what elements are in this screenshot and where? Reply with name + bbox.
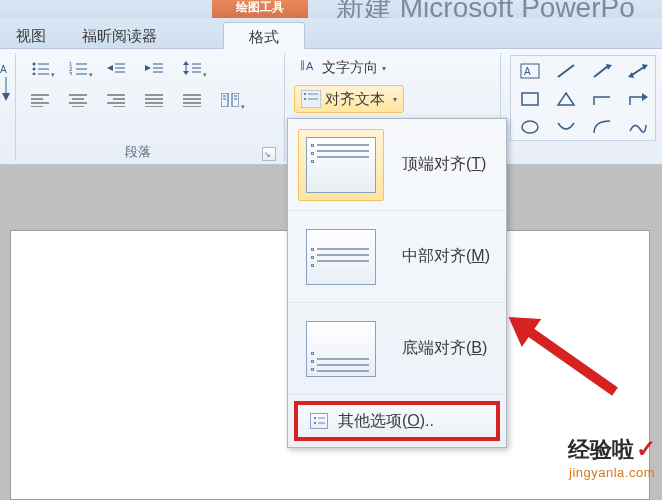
svg-point-3	[33, 63, 36, 66]
align-center-button[interactable]	[60, 87, 96, 113]
align-right-button[interactable]	[98, 87, 134, 113]
align-text-button[interactable]: 对齐文本	[294, 85, 404, 113]
line-spacing-button[interactable]	[174, 55, 210, 81]
numbering-button[interactable]: 123	[60, 55, 96, 81]
tab-format[interactable]: 格式	[223, 22, 305, 49]
align-left-button[interactable]	[22, 87, 58, 113]
shape-curve-icon[interactable]	[621, 114, 655, 140]
align-middle-thumbnail-icon	[306, 229, 376, 285]
menu-item-align-middle[interactable]: 中部对齐(M)	[288, 211, 506, 303]
align-bottom-thumbnail-icon	[306, 321, 376, 377]
svg-rect-58	[304, 93, 306, 95]
menu-item-label: 底端对齐(B)	[402, 338, 487, 359]
shape-double-arrow-icon[interactable]	[621, 58, 655, 84]
menu-item-align-bottom[interactable]: 底端对齐(B)	[288, 303, 506, 395]
svg-marker-71	[558, 93, 574, 105]
text-direction-icon: ∥A	[300, 58, 318, 78]
justify-button[interactable]	[136, 87, 172, 113]
tab-foxit-reader[interactable]: 福昕阅读器	[70, 22, 169, 49]
menu-item-label: 中部对齐(M)	[402, 246, 490, 267]
menu-item-more-options[interactable]: 其他选项(O)..	[294, 401, 500, 441]
svg-text:∥: ∥	[300, 59, 305, 71]
text-direction-button[interactable]: ∥A 文字方向 ▾	[294, 55, 392, 81]
paragraph-dialog-launcher[interactable]	[262, 147, 276, 161]
tab-view[interactable]: 视图	[4, 22, 58, 49]
shape-elbow-connector-icon[interactable]	[585, 86, 619, 112]
svg-text:A: A	[524, 66, 531, 77]
svg-rect-49	[221, 93, 228, 107]
more-options-icon	[310, 413, 328, 429]
align-text-icon	[301, 90, 321, 108]
shape-rectangle-icon[interactable]	[513, 86, 547, 112]
menu-item-label: 其他选项(O)..	[338, 411, 434, 432]
contextual-tab-drawing-tools: 绘图工具	[212, 0, 308, 18]
svg-text:A: A	[0, 64, 7, 75]
distributed-button[interactable]	[174, 87, 210, 113]
menu-item-align-top[interactable]: 顶端对齐(T)	[288, 119, 506, 211]
svg-marker-2	[2, 93, 10, 101]
svg-rect-76	[314, 422, 316, 424]
increase-indent-button[interactable]	[136, 55, 172, 81]
group-label-paragraph: 段落	[125, 143, 151, 161]
svg-marker-15	[107, 65, 113, 71]
align-top-thumbnail-icon	[306, 137, 376, 193]
text-vertical-button[interactable]: A	[0, 55, 14, 107]
svg-point-7	[33, 73, 36, 76]
svg-rect-60	[304, 98, 306, 100]
svg-rect-74	[314, 417, 316, 419]
bullets-button[interactable]	[22, 55, 58, 81]
shape-elbow-arrow-icon[interactable]	[621, 86, 655, 112]
svg-marker-72	[642, 93, 648, 101]
svg-line-64	[558, 65, 574, 77]
shape-curve-down-icon[interactable]	[549, 114, 583, 140]
shapes-gallery[interactable]: A	[510, 55, 656, 141]
watermark: 经验啦✓ jingyanla.com	[568, 435, 656, 480]
svg-point-5	[33, 68, 36, 71]
svg-line-67	[632, 67, 644, 75]
svg-rect-50	[232, 93, 239, 107]
shape-oval-icon[interactable]	[513, 114, 547, 140]
shape-textbox-icon[interactable]: A	[513, 58, 547, 84]
align-text-dropdown: 顶端对齐(T) 中部对齐(M) 底端对齐(B) 其他选项(O)..	[287, 118, 507, 448]
svg-text:A: A	[306, 60, 314, 72]
svg-line-65	[594, 66, 608, 77]
shape-triangle-icon[interactable]	[549, 86, 583, 112]
ribbon-tabs: 视图 福昕阅读器 格式	[0, 18, 662, 49]
menu-item-label: 顶端对齐(T)	[402, 154, 486, 175]
svg-text:3: 3	[69, 71, 73, 75]
svg-rect-70	[522, 93, 538, 105]
columns-button[interactable]	[212, 87, 248, 113]
shape-arrow-line-icon[interactable]	[585, 58, 619, 84]
shape-arc-icon[interactable]	[585, 114, 619, 140]
svg-marker-25	[183, 71, 189, 75]
svg-point-73	[522, 121, 538, 133]
shape-line-icon[interactable]	[549, 58, 583, 84]
decrease-indent-button[interactable]	[98, 55, 134, 81]
svg-marker-19	[145, 65, 151, 71]
